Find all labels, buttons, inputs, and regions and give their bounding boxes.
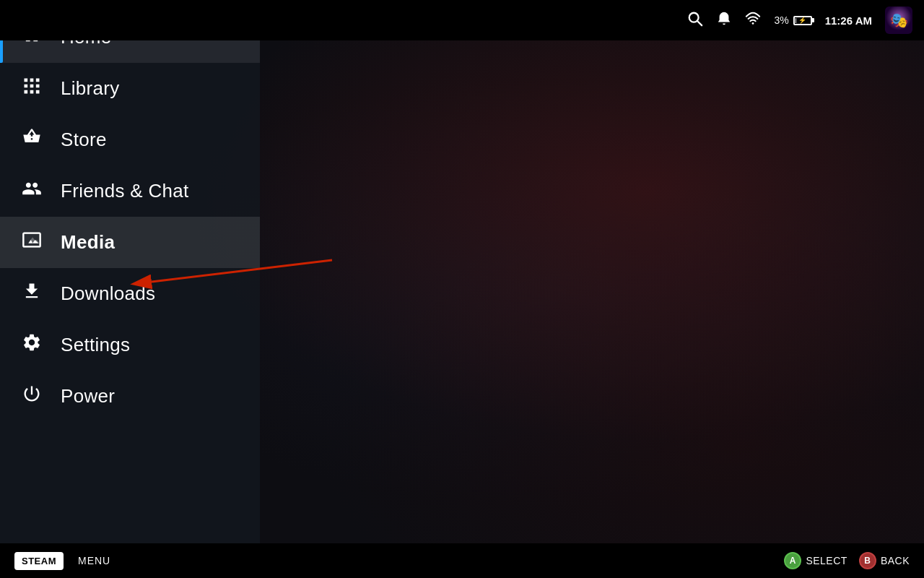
b-button[interactable]: B xyxy=(859,552,876,569)
select-action: A SELECT xyxy=(784,552,847,569)
store-label: Store xyxy=(61,129,107,151)
friends-icon xyxy=(20,178,43,204)
menu-label: MENU xyxy=(78,555,110,566)
signal-icon[interactable] xyxy=(745,11,761,30)
avatar[interactable]: 🎭 xyxy=(885,7,912,34)
power-icon xyxy=(20,384,43,409)
sidebar: Home Library Store Friends & Chat Media … xyxy=(0,0,260,578)
library-icon xyxy=(20,76,43,101)
friends-label: Friends & Chat xyxy=(61,180,189,202)
avatar-image: 🎭 xyxy=(885,7,912,34)
time-display: 11:26 AM xyxy=(825,14,872,27)
bottom-bar: STEAM MENU A SELECT B BACK xyxy=(0,543,924,578)
top-bar: 3% ⚡ 11:26 AM 🎭 xyxy=(0,0,924,40)
bottom-left: STEAM MENU xyxy=(14,552,110,570)
sidebar-item-settings[interactable]: Settings xyxy=(0,319,260,371)
top-bar-icons: 3% ⚡ 11:26 AM 🎭 xyxy=(687,7,912,34)
library-label: Library xyxy=(61,77,120,100)
select-label: SELECT xyxy=(806,555,847,566)
battery-area: 3% ⚡ xyxy=(774,14,811,26)
steam-button[interactable]: STEAM xyxy=(14,552,64,570)
battery-icon: ⚡ xyxy=(793,16,812,25)
bottom-right: A SELECT B BACK xyxy=(784,552,910,569)
store-icon xyxy=(20,127,43,152)
a-button[interactable]: A xyxy=(784,552,801,569)
downloads-icon xyxy=(20,281,43,306)
back-label: BACK xyxy=(881,555,910,566)
downloads-label: Downloads xyxy=(61,282,155,305)
sidebar-item-downloads[interactable]: Downloads xyxy=(0,268,260,319)
svg-point-2 xyxy=(752,22,754,25)
sidebar-item-media[interactable]: Media xyxy=(0,217,260,268)
sidebar-item-store[interactable]: Store xyxy=(0,114,260,165)
media-label: Media xyxy=(61,231,115,254)
power-label: Power xyxy=(61,385,115,407)
sidebar-item-library[interactable]: Library xyxy=(0,63,260,114)
media-icon xyxy=(20,230,43,255)
notification-icon[interactable] xyxy=(716,11,732,30)
battery-percent: 3% xyxy=(774,14,788,26)
sidebar-item-power[interactable]: Power xyxy=(0,371,260,422)
settings-icon xyxy=(20,332,43,358)
sidebar-item-friends[interactable]: Friends & Chat xyxy=(0,165,260,217)
search-icon[interactable] xyxy=(687,11,703,30)
back-action: B BACK xyxy=(859,552,910,569)
settings-label: Settings xyxy=(61,334,130,356)
svg-line-1 xyxy=(698,21,702,25)
